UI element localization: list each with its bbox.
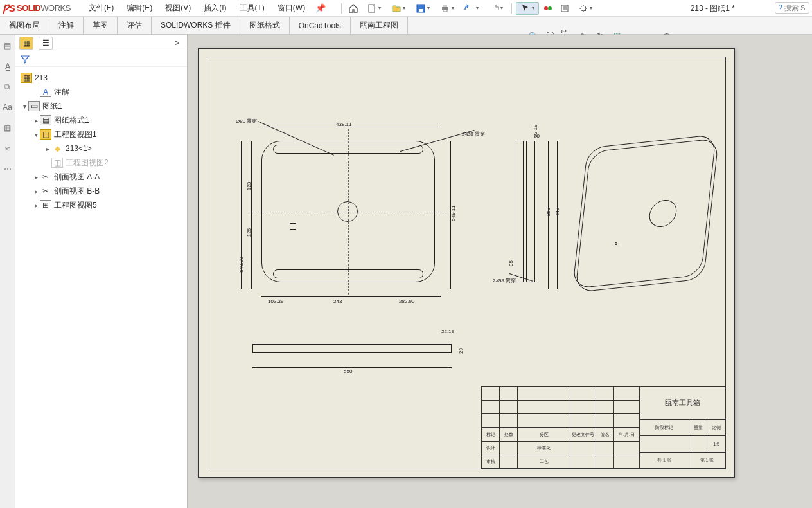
tree-collapse-icon[interactable]: >	[175, 39, 183, 48]
isometric-view[interactable]	[574, 128, 715, 295]
tb-row-design: 设计	[482, 442, 500, 455]
tree-sheet[interactable]: ▾ ▭ 图纸1	[18, 99, 184, 113]
tree-section-bb[interactable]: ▸ ✂ 剖面视图 B-B	[18, 184, 184, 198]
expand-icon[interactable]: ▸	[32, 202, 40, 209]
annotation-icon: A	[40, 87, 51, 97]
center-hole	[337, 201, 358, 222]
tree-root[interactable]: ▦ 213	[18, 71, 184, 85]
document-title: 213 - 图纸1 *	[691, 3, 735, 14]
traffic-light-icon[interactable]	[540, 2, 556, 15]
expand-icon[interactable]: ▸	[44, 145, 51, 152]
tb-page-lbl: 第 1 张	[689, 453, 725, 469]
tb-hdr-div: 分区	[518, 428, 570, 441]
feature-tree[interactable]: ▦ 213 A 注解 ▾ ▭ 图纸1 ▸ ▤ 图纸格式1 ▾ ◫ 工程图视图1	[15, 67, 187, 508]
tree-tab-property[interactable]: ☰	[39, 37, 53, 50]
undo-button[interactable]	[460, 2, 483, 15]
sheet-border: Ø80 贯穿 438.11 2-Ø8 贯穿 549.11 123 125 549…	[207, 57, 726, 469]
tb-scale-val: 1:5	[707, 436, 725, 452]
tab-addins[interactable]: SOLIDWORKS 插件	[152, 17, 240, 34]
dim-side-h1: 250	[545, 208, 551, 216]
save-button[interactable]	[411, 2, 434, 15]
expand-icon[interactable]: ▸	[32, 188, 40, 195]
redo-button[interactable]	[484, 2, 508, 15]
dim-side-h2: 440	[554, 208, 560, 216]
rail-custom-props-icon[interactable]: ▦	[2, 122, 13, 134]
tree-section-aa-label: 剖面视图 A-A	[54, 172, 100, 183]
rail-more-icon[interactable]: ⋯	[2, 163, 13, 175]
rail-file-explorer-icon[interactable]: A̲	[2, 60, 13, 72]
front-view[interactable]	[255, 134, 441, 289]
svg-rect-4	[443, 5, 447, 7]
tree-view5[interactable]: ▸ ⊞ 工程图视图5	[18, 198, 184, 212]
tree-section-aa[interactable]: ▸ ✂ 剖面视图 A-A	[18, 170, 184, 184]
open-button[interactable]	[387, 2, 410, 15]
side-view[interactable]	[511, 134, 543, 289]
new-button[interactable]	[362, 2, 385, 15]
menu-insert[interactable]: 插入(I)	[197, 3, 233, 14]
tab-annotation[interactable]: 注解	[49, 17, 84, 34]
title-block-company: 瓯南工具箱	[640, 387, 725, 420]
pin-icon[interactable]: 📌	[315, 3, 326, 13]
title-block-left: 标记 处数 分区 更改文件号 签名 年.月.日 设计标准化 审核工艺	[482, 387, 640, 469]
select-button[interactable]	[516, 2, 539, 15]
dim-bot2: 243	[333, 298, 342, 304]
tree-annotations-label: 注解	[54, 87, 69, 98]
tree-format-label: 图纸格式1	[54, 115, 89, 126]
dim-bview-h: 20	[458, 348, 464, 354]
tb-hdr-zone: 处数	[500, 428, 518, 441]
tab-oncadtools[interactable]: OnCadTools	[290, 17, 351, 34]
collapse-icon[interactable]: ▾	[21, 103, 28, 110]
rail-appearances-icon[interactable]: Aa	[2, 102, 13, 113]
title-block-right: 瓯南工具箱 阶段标记 重量 比例 1:5 共 1 张 第 1 张	[640, 387, 725, 469]
dim-line	[252, 367, 452, 368]
funnel-icon	[21, 55, 30, 64]
tb-stage: 阶段标记	[640, 420, 689, 436]
tree-part-ref[interactable]: ▸ ◆ 213<1>	[18, 141, 184, 156]
tree-tab-feature[interactable]: ▦	[19, 37, 33, 50]
format-icon: ▤	[40, 115, 51, 125]
bottom-view[interactable]	[246, 332, 458, 365]
dim-side-note: 2-Ø8 贯穿	[493, 277, 516, 284]
tree-annotations[interactable]: A 注解	[18, 85, 184, 99]
rebuild-button[interactable]	[557, 2, 572, 15]
tree-view2[interactable]: ◫ 工程图视图2	[18, 156, 184, 170]
menu-view[interactable]: 视图(V)	[159, 3, 197, 14]
rail-view-palette-icon[interactable]: ⧉	[2, 81, 13, 93]
tree-filter-row[interactable]	[15, 51, 187, 67]
tree-view1-label: 工程图视图1	[54, 129, 97, 140]
expand-icon[interactable]: ▸	[32, 117, 40, 124]
bottom-bar	[252, 344, 452, 353]
dim-left-total: 549.39	[238, 257, 244, 272]
slot-bottom	[273, 269, 423, 278]
dim-line	[261, 296, 441, 297]
svg-point-9	[581, 6, 586, 11]
tree-view1[interactable]: ▾ ◫ 工程图视图1	[18, 127, 184, 141]
drawing-icon: ▦	[21, 73, 32, 83]
side-rect2	[526, 141, 535, 282]
logo-icon: ǷS	[3, 3, 15, 14]
tab-sheet-format[interactable]: 图纸格式	[240, 17, 290, 34]
print-button[interactable]	[436, 2, 459, 15]
tab-evaluate[interactable]: 评估	[118, 17, 152, 34]
menu-edit[interactable]: 编辑(E)	[120, 3, 159, 14]
options-button[interactable]	[574, 2, 597, 15]
expand-icon[interactable]: ▸	[32, 174, 40, 181]
collapse-icon[interactable]: ▾	[32, 131, 40, 138]
menu-file[interactable]: 文件(F)	[82, 3, 120, 14]
logo-text-light: WORKS	[40, 3, 71, 13]
menu-tools[interactable]: 工具(T)	[233, 3, 271, 14]
menu-window[interactable]: 窗口(W)	[271, 3, 312, 14]
rail-forum-icon[interactable]: ≋	[2, 143, 13, 154]
tb-hdr-file: 更改文件号	[570, 428, 596, 441]
tree-root-label: 213	[35, 73, 48, 82]
tab-view-layout[interactable]: 视图布局	[0, 17, 49, 34]
tab-sketch[interactable]: 草图	[84, 17, 118, 34]
tab-ounan[interactable]: 瓯南工程图	[351, 17, 408, 34]
tree-sheet-format[interactable]: ▸ ▤ 图纸格式1	[18, 113, 184, 127]
search-box[interactable]: ?	[775, 2, 809, 14]
drawing-canvas[interactable]: Ø80 贯穿 438.11 2-Ø8 贯穿 549.11 123 125 549…	[188, 35, 812, 508]
tb-row-check: 审核	[482, 455, 500, 469]
rail-design-library-icon[interactable]: ▤	[2, 40, 13, 51]
home-button[interactable]	[346, 2, 361, 15]
search-input[interactable]	[784, 4, 806, 12]
